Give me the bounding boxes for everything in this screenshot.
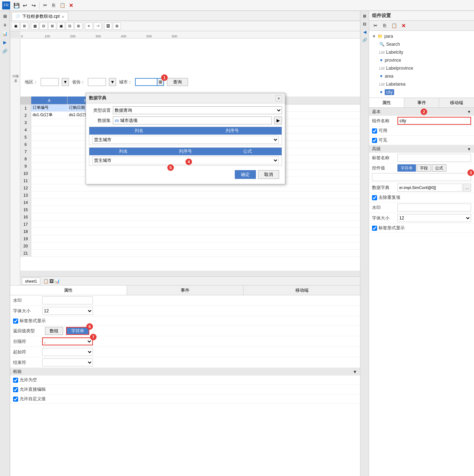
toolbar-icon-3[interactable]: ▦ [31,22,39,30]
rp-copy-btn[interactable]: ⎘ [381,22,389,30]
delete-button[interactable]: ✕ [67,1,75,9]
tab-attr[interactable]: 属性 [10,286,127,295]
sidebar-icon-chart[interactable]: 📊 [1,30,9,38]
dict-more-btn[interactable]: … [463,184,471,192]
validate-label: 检验 [13,369,22,375]
rp-paste-btn[interactable]: 📋 [390,22,398,30]
visible-checkbox[interactable] [372,138,377,143]
toolbar-icon-2[interactable]: ⊞ [20,22,28,30]
sidebar-icon-link[interactable]: 🔗 [1,47,9,55]
redo-button[interactable]: ↪ [30,1,38,9]
tree-item-labelarea[interactable]: Lbl Labelarea [369,80,474,88]
toolbar-icon-12[interactable]: ⊞ [113,22,121,30]
advanced-section-expand[interactable]: ▼ [467,147,471,151]
cut-button[interactable]: ✂ [41,1,49,9]
toolbar-icon-1[interactable]: ▣ [12,22,20,30]
return-arr-btn[interactable]: 数组 [45,327,63,335]
toolbar-icon-9[interactable]: ≡ [85,22,93,30]
sidebar-icon-list[interactable]: ≡ [1,21,9,29]
ctrl-val-input[interactable] [372,173,471,181]
toolbar-icon-5[interactable]: ⊞ [48,22,56,30]
right-edge-icon-1[interactable]: ⊞ [361,12,368,20]
dict-val-input[interactable] [397,184,462,192]
tab-event[interactable]: 事件 [127,286,244,295]
tagname-input[interactable] [397,154,471,162]
sec-toolbar: ▣ ⊞ ▦ ⊟ ⊞ ▣ ⊟ ⊞ ≡ ⊣ 🖼 ⊞ [10,21,360,31]
enabled-checkbox[interactable] [372,128,377,134]
toolbar-icon-6[interactable]: ▣ [57,22,65,30]
sidebar-icon-grid[interactable]: ⊞ [1,12,9,20]
allowedit-checkbox[interactable] [13,387,18,392]
actual-val-select[interactable]: 货主城市 [92,136,279,144]
start-select[interactable] [42,348,93,356]
compname-input[interactable] [397,117,471,125]
toolbar-icon-7[interactable]: ⊟ [66,22,74,30]
tree-item-para[interactable]: ▼ 📁 para [369,32,474,40]
allowcustom-checkbox[interactable] [13,397,18,402]
save-button[interactable]: 💾 [12,1,20,9]
validate-expand[interactable]: ▼ [353,369,357,374]
cell-2a[interactable]: ds1.G(订单 [31,112,68,119]
dedup-checkbox[interactable] [372,195,377,200]
rp-cut-btn[interactable]: ✂ [371,22,379,30]
tree-item-province[interactable]: ▼ province [369,56,474,64]
allowcustom-label: 允许自定义值 [20,396,46,402]
allownull-checkbox[interactable] [13,378,18,383]
right-edge-icon-2[interactable]: ⊟ [361,20,368,28]
rp-delete-btn[interactable]: ✕ [400,22,408,30]
sheet-tab-sheet1[interactable]: sheet1 [22,278,40,285]
right-tab-attr[interactable]: 属性 [369,98,404,107]
copy-button[interactable]: ⎘ [50,1,58,9]
dialog-title: 数据字典 [89,95,106,101]
sheet-icon-2[interactable]: 🖼 [49,279,54,284]
tree-item-city[interactable]: ▼ city [369,88,474,96]
watermark-input[interactable] [42,296,93,304]
right-edge-icon-4[interactable]: 🔗 [361,36,368,44]
return-str-btn[interactable]: 字符串 [66,327,89,335]
toolbar-icon-4[interactable]: ⊟ [40,22,48,30]
right-tab-event[interactable]: 事件 [404,98,440,107]
tagdisplay-checkbox[interactable] [13,319,18,324]
dialog-type-select[interactable]: 数据查询 [113,106,282,114]
dialog-ok-btn[interactable]: 确定 [235,170,256,179]
ctrl-str-tab[interactable]: 字符串 [397,164,416,172]
fontsize-select[interactable]: 12 [42,307,93,315]
basic-section-expand[interactable]: ▼ [467,110,471,114]
ctrl-field-tab[interactable]: 字段 [417,164,431,172]
dialog-cancel-btn[interactable]: 取消 [258,170,279,179]
right-prop-watermark: 水印 [369,202,474,213]
bottom-prop-watermark: 水印 [10,295,360,306]
bottom-properties: 属性 事件 移动端 水印 字体大小 12 [10,285,360,476]
tree-item-labelprovince[interactable]: Lbl Labelprovince [369,64,474,72]
tab-mobile[interactable]: 移动端 [244,286,360,295]
paste-button[interactable]: 📋 [58,1,66,9]
tree-item-labelcity[interactable]: Lbl Labelcity [369,48,474,56]
dialog-close-btn[interactable]: × [275,95,282,102]
rp-watermark-input[interactable] [397,204,471,212]
tab-close-btn[interactable]: × [62,15,64,19]
dialog-dataset-btn[interactable]: ▶ [274,116,282,124]
sidebar-icon-arrow[interactable]: ▶ [1,38,9,46]
sheet-icon-3[interactable]: 📊 [54,279,60,284]
sheet-icon-1[interactable]: 📋 [43,279,49,284]
toolbar-icon-8[interactable]: ⊞ [74,22,82,30]
tree-item-search[interactable]: 🔍 Search [369,40,474,48]
right-edge-bar: ⊞ ⊟ ◀ 🔗 [360,11,369,476]
tree-item-area[interactable]: ▼ area [369,72,474,80]
undo-button[interactable]: ↩ [21,1,29,9]
tree-expand-icon: ▼ [372,34,376,38]
toolbar-icon-11[interactable]: 🖼 [104,22,112,30]
actual-val-header: 列名 列序号 [89,127,282,135]
end-select[interactable] [42,358,93,366]
ctrl-formula-tab[interactable]: 公式 [432,164,446,172]
toolbar-icon-10[interactable]: ⊣ [94,22,102,30]
rp-tagdisplay-checkbox[interactable] [372,226,377,231]
separator-select[interactable]: , [42,337,93,345]
active-tab[interactable]: 📄 下拉框参数联动.cpt × [12,12,68,21]
rp-fontsize-select[interactable]: 12 [397,214,471,222]
advanced-section-label: 高级 [372,146,381,152]
right-edge-icon-3[interactable]: ◀ [361,28,368,36]
cell-1a[interactable]: 订单编号 [31,104,68,111]
right-tab-mobile[interactable]: 移动端 [439,98,474,107]
search-tree-icon: 🔍 [379,42,385,47]
